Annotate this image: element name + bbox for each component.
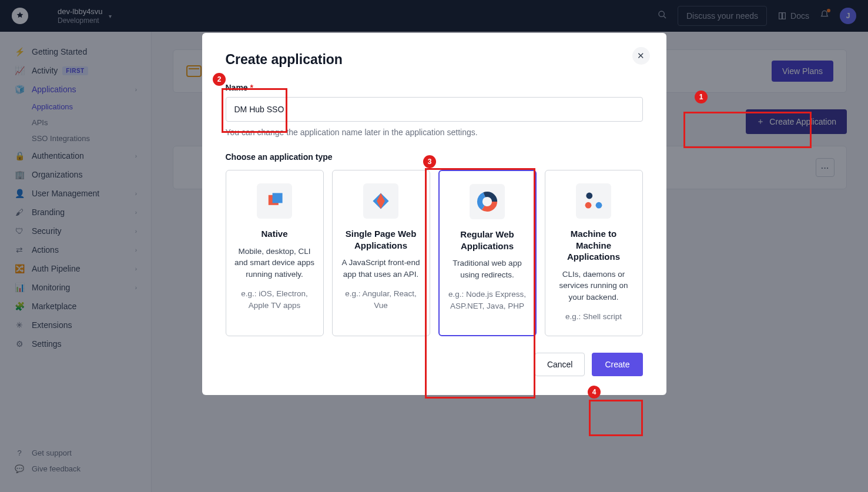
app-type-card-0[interactable]: Native Mobile, desktop, CLI and smart de… xyxy=(226,170,324,336)
name-hint: You can change the application name late… xyxy=(226,128,643,137)
create-application-modal: Create application ✕ Name * You can chan… xyxy=(202,33,666,395)
app-type-card-1[interactable]: Single Page Web Applications A JavaScrip… xyxy=(332,170,430,336)
modal-title: Create application xyxy=(226,52,643,68)
svg-point-11 xyxy=(596,202,602,209)
application-type-grid: Native Mobile, desktop, CLI and smart de… xyxy=(226,170,643,336)
app-type-examples: e.g.: Shell script xyxy=(554,311,634,323)
app-type-title: Single Page Web Applications xyxy=(341,228,421,251)
app-type-title: Native xyxy=(234,228,315,240)
close-button[interactable]: ✕ xyxy=(632,47,650,65)
type-label: Choose an application type xyxy=(226,152,643,162)
svg-point-9 xyxy=(586,193,592,199)
svg-marker-5 xyxy=(377,193,385,209)
svg-point-10 xyxy=(585,202,592,209)
name-label: Name * xyxy=(226,83,643,92)
app-type-card-2[interactable]: Regular Web Applications Traditional web… xyxy=(438,170,537,336)
modal-overlay: Create application ✕ Name * You can chan… xyxy=(0,0,868,492)
app-type-icon xyxy=(470,184,505,219)
app-type-examples: e.g.: Angular, React, Vue xyxy=(341,288,421,311)
app-type-title: Machine to Machine Applications xyxy=(554,228,634,263)
app-type-examples: e.g.: iOS, Electron, Apple TV apps xyxy=(234,288,315,311)
modal-actions: Cancel Create xyxy=(226,353,643,376)
create-button[interactable]: Create xyxy=(592,353,642,376)
app-type-desc: CLIs, daemons or services running on you… xyxy=(554,269,634,303)
application-name-input[interactable] xyxy=(226,97,643,122)
app-type-examples: e.g.: Node.js Express, ASP.NET, Java, PH… xyxy=(448,289,527,312)
app-type-desc: Mobile, desktop, CLI and smart device ap… xyxy=(234,246,315,280)
svg-rect-3 xyxy=(273,193,283,203)
app-type-icon xyxy=(363,183,398,219)
required-asterisk: * xyxy=(250,83,253,92)
app-type-desc: Traditional web app using redirects. xyxy=(448,257,527,280)
app-type-icon xyxy=(576,183,611,219)
cancel-button[interactable]: Cancel xyxy=(535,353,585,376)
app-type-card-3[interactable]: Machine to Machine Applications CLIs, da… xyxy=(545,170,643,336)
app-type-title: Regular Web Applications xyxy=(448,229,527,252)
app-type-desc: A JavaScript front-end app that uses an … xyxy=(341,257,421,280)
app-type-icon xyxy=(257,183,292,219)
